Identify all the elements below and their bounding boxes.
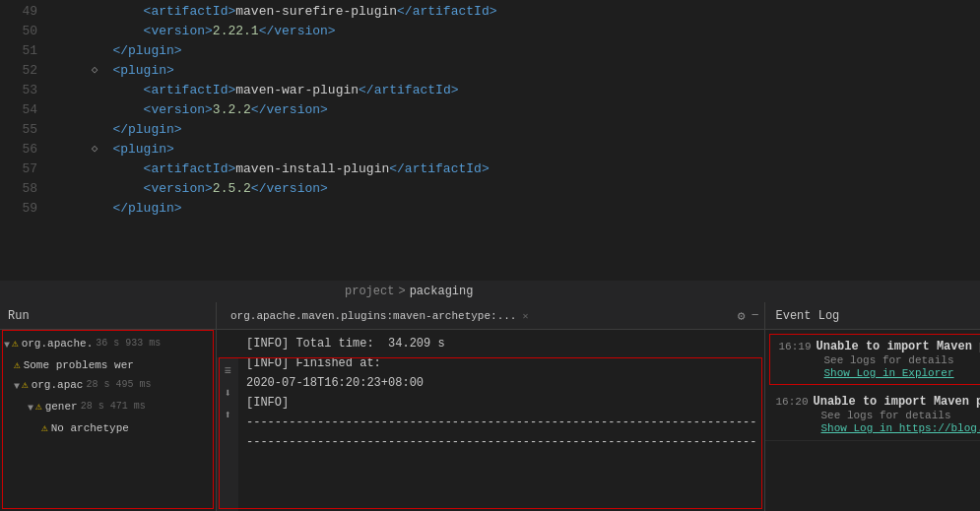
console-line-6: ----------------------------------------… [246,432,756,452]
line-numbers: 49 50 51 52 53 54 55 56 57 58 59 [0,0,47,295]
warn-icon-3: ⚠ [22,376,29,394]
breadcrumb-path: project [345,285,394,298]
tree-text-2: Some problems wer [24,356,134,374]
event-tab-label: Event Log [775,309,839,323]
tree-meta-4: 28 s 471 ms [81,398,146,415]
event-subtitle-1: See logs for details [778,354,980,366]
event-time-1: 16:19 [778,341,816,352]
console-line-4: [INFO] [246,393,756,413]
console-line-3: 2020-07-18T16:20:23+08:00 [246,373,756,393]
run-panel: Run ▼ ⚠ org.apache. 36 s 933 ms ⚠ Some p… [0,302,217,511]
tree-text-3: org.apac [32,376,84,394]
event-item-1: 16:19 Unable to import Maven project See… [769,334,980,385]
breadcrumb-current: packaging [410,285,474,298]
run-tab[interactable]: Run [0,302,216,330]
event-title-2: Unable to import Maven project [813,395,980,409]
event-tab-bar: Event Log [765,302,980,330]
run-tree: ▼ ⚠ org.apache. 36 s 933 ms ⚠ Some probl… [0,330,216,442]
gear-icon[interactable]: ⚙ [738,308,746,324]
minimize-icon[interactable]: − [751,308,759,323]
arrow-icon-1: ▼ [4,337,10,354]
show-log-link-1[interactable]: Show Log in Explorer [778,367,980,379]
code-lines: <artifactId>maven-surefire-plugin</artif… [47,0,980,219]
breadcrumb-sep: > [398,285,405,298]
tree-item-5[interactable]: ⚠ No archetype [0,418,216,438]
tree-text-5: No archetype [51,419,129,437]
tree-text-4: gener [45,398,78,415]
code-editor[interactable]: <artifactId>maven-surefire-plugin</artif… [47,0,980,295]
fold-icon-52[interactable]: ◇ [87,59,102,79]
warn-icon-5: ⚠ [41,419,48,437]
console-panel: org.apache.maven.plugins:maven-archetype… [217,302,765,511]
warn-icon-4: ⚠ [35,398,42,415]
event-panel: Event Log 16:19 Unable to import Maven p… [765,302,980,511]
tree-item-1[interactable]: ▼ ⚠ org.apache. 36 s 933 ms [0,334,216,355]
bottom-panel: Run ▼ ⚠ org.apache. 36 s 933 ms ⚠ Some p… [0,302,980,511]
tree-text-1: org.apache. [22,335,94,352]
warn-icon-1: ⚠ [12,335,19,352]
event-title-1: Unable to import Maven project [816,340,980,353]
close-icon[interactable]: ✕ [522,310,528,322]
warn-icon-2: ⚠ [14,356,21,374]
fold-icon-56[interactable]: ◇ [87,138,102,158]
tree-item-2[interactable]: ⚠ Some problems wer [0,355,216,375]
event-item-2: 16:20 Unable to import Maven project See… [765,389,980,441]
console-line-2: [INFO] Finished at: [246,353,756,373]
event-subtitle-2: See logs for details [775,410,980,421]
tree-item-4[interactable]: ▼ ⚠ gener 28 s 471 ms [0,397,216,418]
breadcrumb: project > packaging [0,281,980,302]
tree-meta-3: 28 s 495 ms [86,376,151,394]
arrow-icon-4: ▼ [28,400,33,417]
console-tab-bar: org.apache.maven.plugins:maven-archetype… [217,302,764,330]
editor-area: 49 50 51 52 53 54 55 56 57 58 59 <artifa… [0,0,980,295]
event-time-2: 16:20 [775,396,813,408]
console-output[interactable]: [INFO] Total time: 34.209 s [INFO] Finis… [217,330,764,511]
show-log-link-2[interactable]: Show Log in https://blog.csdn.net/BG777 [775,422,980,434]
run-label: Run [8,309,30,323]
event-log-content: 16:19 Unable to import Maven project See… [765,330,980,511]
arrow-icon-3: ▼ [14,378,20,396]
console-line-5: ----------------------------------------… [246,413,756,432]
console-tab-label: org.apache.maven.plugins:maven-archetype… [230,310,516,322]
console-tab[interactable]: org.apache.maven.plugins:maven-archetype… [221,302,538,330]
tree-meta-1: 36 s 933 ms [96,335,161,352]
console-line-1: [INFO] Total time: 34.209 s [246,334,756,353]
tree-item-3[interactable]: ▼ ⚠ org.apac 28 s 495 ms [0,375,216,397]
